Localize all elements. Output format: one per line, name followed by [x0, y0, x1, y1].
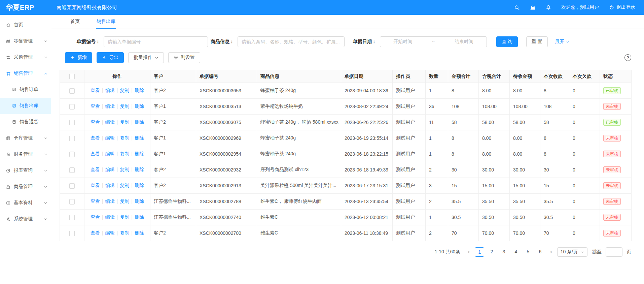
page-number-button[interactable]: 4: [511, 247, 521, 257]
edit-link[interactable]: 编辑: [105, 214, 115, 220]
sidebar-item-purchase[interactable]: 采购管理: [0, 49, 51, 65]
copy-link[interactable]: 复制: [120, 183, 129, 188]
sidebar-subitem-sales-outbound[interactable]: 销售出库: [0, 98, 51, 114]
reset-button[interactable]: 重 置: [526, 36, 548, 47]
view-link[interactable]: 查看: [91, 151, 100, 156]
pending-amount-cell: 8.00: [510, 83, 540, 99]
row-checkbox[interactable]: [69, 215, 75, 220]
sidebar-item-sales[interactable]: 销售管理: [0, 65, 51, 82]
date-range-picker[interactable]: 开始时间 ~ 结束时间: [380, 36, 487, 47]
copy-link[interactable]: 复制: [120, 151, 129, 156]
copy-link[interactable]: 复制: [120, 103, 129, 109]
row-checkbox[interactable]: [69, 231, 75, 236]
column-settings-button[interactable]: 列设置: [168, 52, 200, 63]
platform-icon[interactable]: [530, 5, 536, 10]
view-link[interactable]: 查看: [91, 214, 100, 220]
edit-link[interactable]: 编辑: [105, 119, 115, 125]
bill-no-input[interactable]: [104, 36, 208, 47]
delete-link[interactable]: 删除: [135, 151, 144, 156]
quantity-cell: 2: [426, 162, 448, 178]
page-number-button[interactable]: 6: [535, 247, 545, 257]
copy-link[interactable]: 复制: [120, 88, 129, 93]
page-number-button[interactable]: 5: [523, 247, 533, 257]
delete-link[interactable]: 删除: [135, 135, 144, 140]
row-checkbox[interactable]: [69, 104, 75, 109]
owed-cell: 0: [569, 99, 600, 115]
copy-link[interactable]: 复制: [120, 119, 129, 125]
page-number-button[interactable]: 2: [487, 247, 496, 257]
page-number-button[interactable]: 3: [499, 247, 508, 257]
product-info-input[interactable]: [238, 36, 345, 47]
batch-actions-button[interactable]: 批量操作: [128, 52, 164, 63]
tax-total-cell: 30.00: [479, 162, 510, 178]
edit-link[interactable]: 编辑: [105, 198, 115, 204]
delete-link[interactable]: 删除: [135, 214, 144, 220]
edit-link[interactable]: 编辑: [105, 103, 115, 109]
search-icon[interactable]: [514, 5, 520, 10]
sidebar-item-report[interactable]: 报表查询: [0, 162, 51, 179]
copy-link[interactable]: 复制: [120, 198, 129, 204]
delete-link[interactable]: 删除: [135, 88, 144, 93]
delete-link[interactable]: 删除: [135, 167, 144, 172]
view-link[interactable]: 查看: [91, 119, 100, 125]
sidebar-item-basic[interactable]: 基本资料: [0, 195, 51, 211]
delete-link[interactable]: 删除: [135, 198, 144, 204]
edit-link[interactable]: 编辑: [105, 230, 115, 235]
view-link[interactable]: 查看: [91, 183, 100, 188]
page-size-select[interactable]: 10 条/页: [557, 247, 587, 257]
copy-link[interactable]: 复制: [120, 135, 129, 140]
export-button[interactable]: 导出: [97, 52, 124, 63]
expand-filters-link[interactable]: 展开: [555, 39, 570, 45]
next-page-icon[interactable]: >: [547, 249, 554, 255]
sidebar-item-system[interactable]: 系统管理: [0, 211, 51, 227]
column-header: 操作: [84, 70, 150, 83]
add-button[interactable]: 新增: [65, 52, 92, 63]
view-link[interactable]: 查看: [91, 198, 100, 204]
edit-link[interactable]: 编辑: [105, 151, 115, 156]
view-link[interactable]: 查看: [91, 230, 100, 235]
search-button[interactable]: 查 询: [496, 36, 518, 47]
page-number-button[interactable]: 1: [475, 247, 484, 257]
sidebar-item-goods[interactable]: 商品管理: [0, 179, 51, 195]
tab-sales-outbound[interactable]: 销售出库: [96, 15, 116, 29]
logout-button[interactable]: 退出登录: [609, 4, 635, 10]
sidebar-item-finance[interactable]: 财务管理: [0, 146, 51, 162]
sidebar-item-retail[interactable]: 零售管理: [0, 33, 51, 49]
row-checkbox[interactable]: [69, 136, 75, 141]
edit-link[interactable]: 编辑: [105, 135, 115, 140]
row-checkbox[interactable]: [69, 120, 75, 125]
view-link[interactable]: 查看: [91, 88, 100, 93]
edit-link[interactable]: 编辑: [105, 183, 115, 188]
row-checkbox[interactable]: [69, 167, 75, 173]
view-link[interactable]: 查看: [91, 167, 100, 172]
jump-to-page-input[interactable]: [606, 247, 622, 257]
edit-link[interactable]: 编辑: [105, 167, 115, 172]
sidebar-subitem-sales-return[interactable]: 销售退货: [0, 114, 51, 130]
delete-link[interactable]: 删除: [135, 103, 144, 109]
edit-link[interactable]: 编辑: [105, 88, 115, 93]
operator-cell: 测试用户: [393, 225, 426, 241]
row-checkbox[interactable]: [69, 199, 75, 204]
sidebar-item-home[interactable]: 首页: [0, 17, 51, 33]
view-link[interactable]: 查看: [91, 135, 100, 140]
row-checkbox[interactable]: [69, 88, 75, 94]
copy-link[interactable]: 复制: [120, 167, 129, 172]
pending-amount-cell: 108.00: [510, 99, 540, 115]
help-icon[interactable]: ?: [624, 54, 631, 61]
row-checkbox[interactable]: [69, 152, 75, 157]
copy-link[interactable]: 复制: [120, 214, 129, 220]
row-checkbox[interactable]: [69, 183, 75, 189]
select-all-checkbox[interactable]: [69, 74, 75, 79]
column-header: 金额合计: [448, 70, 479, 83]
sidebar-item-warehouse[interactable]: 仓库管理: [0, 130, 51, 146]
view-link[interactable]: 查看: [91, 103, 100, 109]
prev-page-icon[interactable]: <: [465, 249, 472, 255]
tab-home[interactable]: 首页: [70, 15, 80, 29]
delete-link[interactable]: 删除: [135, 183, 144, 188]
notification-bell-icon[interactable]: [546, 5, 551, 10]
main-area: 首页销售出库 单据编号： 商品信息： 单据日期： 开始时间 ~ 结束时间 查 询…: [51, 0, 644, 257]
delete-link[interactable]: 删除: [135, 119, 144, 125]
delete-link[interactable]: 删除: [135, 230, 144, 235]
sidebar-subitem-sales-order[interactable]: 销售订单: [0, 82, 51, 98]
copy-link[interactable]: 复制: [120, 230, 129, 235]
